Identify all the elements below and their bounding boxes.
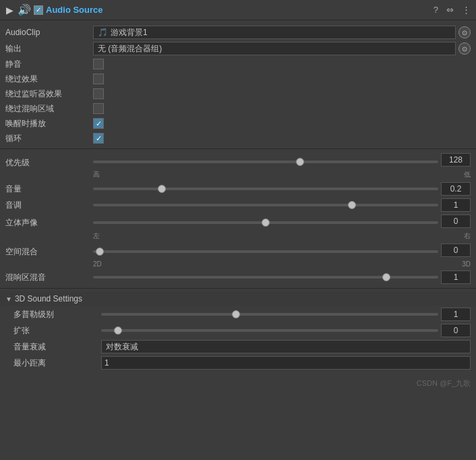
volume-slider[interactable] xyxy=(93,188,438,190)
stereo-input[interactable] xyxy=(441,214,471,228)
priority-thumb[interactable] xyxy=(296,158,304,166)
reverb-input[interactable] xyxy=(441,270,471,284)
component-title: Audio Source xyxy=(46,5,103,15)
bypass-effects-label: 绕过效果 xyxy=(5,74,93,85)
audioclip-name: 游戏背景1 xyxy=(111,27,148,38)
output-dropdown[interactable]: 无 (音频混合器组) xyxy=(93,42,456,55)
component-icon: ▶ xyxy=(4,5,15,16)
loop-check: ✓ xyxy=(96,135,102,142)
volume-thumb[interactable] xyxy=(158,185,166,193)
speaker-icon: 🔊 xyxy=(18,3,31,16)
doppler-label: 多普勒级别 xyxy=(13,309,101,320)
bypass-effects-row: 绕过效果 xyxy=(0,71,476,86)
reverb-thumb[interactable] xyxy=(382,273,390,281)
min-distance-row: 最小距离 xyxy=(0,355,476,371)
volume-rolloff-label: 音量衰减 xyxy=(13,341,101,353)
doppler-row: 多普勒级别 xyxy=(0,306,476,322)
spread-thumb[interactable] xyxy=(114,326,122,335)
watermark: CSDN @F_九歌 xyxy=(417,378,471,389)
mute-row: 静音 xyxy=(0,57,476,71)
doppler-thumb[interactable] xyxy=(232,310,240,318)
component-header: ▶ 🔊 ✓ Audio Source ? ⇔ ⋮ xyxy=(0,0,476,20)
bypass-effects-value-area xyxy=(93,74,471,84)
divider-2 xyxy=(0,288,476,289)
spatial-slider[interactable] xyxy=(93,250,438,253)
volume-input[interactable] xyxy=(441,182,471,196)
pitch-thumb[interactable] xyxy=(348,201,356,209)
inspector-content: AudioClip 🎵 游戏背景1 ⊙ 输出 无 (音频混合器组) ⊙ 静音 绕… xyxy=(0,20,476,395)
music-note-icon: 🎵 xyxy=(98,28,108,37)
audioclip-picker-button[interactable]: ⊙ xyxy=(458,26,471,38)
spatial-input[interactable] xyxy=(441,243,471,257)
volume-label: 音量 xyxy=(5,183,93,195)
priority-labels: 高 低 xyxy=(93,170,471,179)
pitch-row: 音调 xyxy=(0,197,476,213)
spatial-label: 空间混合 xyxy=(5,243,93,258)
spread-value-area xyxy=(101,324,471,337)
priority-max: 低 xyxy=(464,170,471,179)
doppler-input[interactable] xyxy=(441,308,471,321)
play-on-awake-checkbox[interactable]: ✓ xyxy=(93,118,104,129)
help-button[interactable]: ? xyxy=(432,3,440,16)
output-picker-button[interactable]: ⊙ xyxy=(458,42,471,55)
volume-row: 音量 xyxy=(0,181,476,197)
divider-1 xyxy=(0,148,476,149)
doppler-value-area xyxy=(101,308,471,321)
more-button[interactable]: ⋮ xyxy=(460,3,472,16)
reverb-slider[interactable] xyxy=(93,276,438,279)
settings-button[interactable]: ⇔ xyxy=(445,3,455,16)
3d-section-title: 3D Sound Settings xyxy=(15,294,82,304)
priority-label: 优先级 xyxy=(5,153,93,169)
volume-rolloff-dropdown[interactable]: 对数衰减 xyxy=(101,340,471,353)
stereo-row: 立体声像 左 右 xyxy=(0,213,476,242)
spatial-thumb[interactable] xyxy=(96,248,104,256)
volume-rolloff-value-area: 对数衰减 xyxy=(101,340,471,353)
priority-slider[interactable] xyxy=(93,161,438,163)
footer: CSDN @F_九歌 xyxy=(0,371,476,391)
stereo-max: 右 xyxy=(464,231,471,241)
spread-input[interactable] xyxy=(441,324,471,337)
loop-checkbox[interactable]: ✓ xyxy=(93,133,104,144)
spatial-row: 空间混合 2D 3D xyxy=(0,242,476,269)
header-left: ▶ 🔊 ✓ Audio Source xyxy=(4,3,432,16)
stereo-label: 立体声像 xyxy=(5,214,93,229)
bypass-reverb-checkbox[interactable] xyxy=(93,103,104,114)
reverb-row: 混响区混音 xyxy=(0,269,476,285)
reverb-label: 混响区混音 xyxy=(5,272,93,283)
mute-checkbox[interactable] xyxy=(93,59,104,69)
loop-row: 循环 ✓ xyxy=(0,131,476,146)
play-on-awake-row: 唤醒时播放 ✓ xyxy=(0,116,476,131)
spread-row: 扩张 xyxy=(0,322,476,339)
pitch-value-area xyxy=(93,198,471,212)
3d-section-header[interactable]: ▼ 3D Sound Settings xyxy=(0,291,476,306)
doppler-slider[interactable] xyxy=(101,313,438,316)
checkbox-check: ✓ xyxy=(36,6,41,13)
output-label: 输出 xyxy=(5,43,93,55)
stereo-slider[interactable] xyxy=(93,221,438,224)
priority-input[interactable] xyxy=(441,153,471,167)
bypass-effects-checkbox[interactable] xyxy=(93,74,104,84)
spread-label: 扩张 xyxy=(13,325,101,337)
stereo-thumb[interactable] xyxy=(262,219,270,227)
header-actions: ? ⇔ ⋮ xyxy=(432,3,472,16)
output-value-area: 无 (音频混合器组) ⊙ xyxy=(93,42,471,55)
min-distance-input[interactable] xyxy=(101,356,471,370)
volume-rolloff-row: 音量衰减 对数衰减 xyxy=(0,339,476,355)
priority-min: 高 xyxy=(93,170,100,179)
mute-value-area xyxy=(93,59,471,69)
spatial-labels: 2D 3D xyxy=(93,260,471,268)
bypass-listener-label: 绕过监听器效果 xyxy=(5,88,93,100)
play-on-awake-check: ✓ xyxy=(96,120,102,127)
output-row: 输出 无 (音频混合器组) ⊙ xyxy=(0,40,476,57)
spread-slider[interactable] xyxy=(101,329,438,332)
enable-checkbox[interactable]: ✓ xyxy=(34,5,43,15)
spatial-max: 3D xyxy=(462,260,471,268)
audioclip-dropdown[interactable]: 🎵 游戏背景1 xyxy=(93,26,456,39)
bypass-reverb-label: 绕过混响区域 xyxy=(5,103,93,115)
pitch-slider[interactable] xyxy=(93,204,438,206)
bypass-listener-checkbox[interactable] xyxy=(93,88,104,99)
pitch-input[interactable] xyxy=(441,198,471,212)
play-on-awake-value-area: ✓ xyxy=(93,118,471,129)
audioclip-label: AudioClip xyxy=(5,28,93,37)
bypass-listener-row: 绕过监听器效果 xyxy=(0,86,476,101)
